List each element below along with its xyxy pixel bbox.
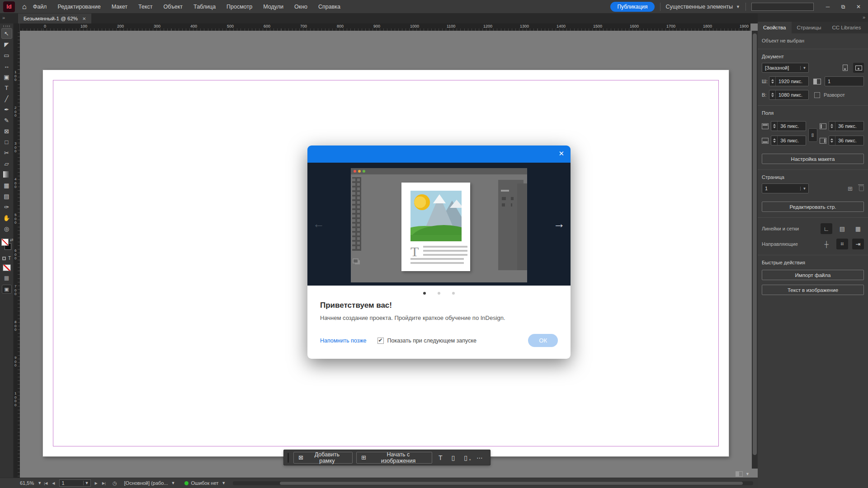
- toolbar-grip[interactable]: [288, 453, 289, 463]
- scrollbar-thumb[interactable]: [753, 33, 757, 455]
- gradient-tool[interactable]: [1, 169, 12, 180]
- zoom-level-control[interactable]: 61,5% ▼: [20, 480, 42, 486]
- vertical-scrollbar[interactable]: [752, 31, 758, 469]
- panel-grip[interactable]: [3, 25, 10, 27]
- restore-button[interactable]: ⧉: [835, 4, 851, 10]
- tab-cc-libraries[interactable]: CC Libraries: [827, 22, 866, 33]
- text-to-image-button[interactable]: Текст в изображение: [762, 285, 864, 295]
- content-collector-tool[interactable]: ▣: [1, 71, 12, 82]
- carousel-prev-arrow[interactable]: ←: [313, 217, 325, 231]
- page-tool[interactable]: ▭: [1, 50, 12, 61]
- selection-tool[interactable]: ↖: [1, 28, 12, 39]
- tab-close-icon[interactable]: ✕: [82, 16, 86, 21]
- gap-tool[interactable]: ↔: [1, 61, 12, 71]
- add-page-icon[interactable]: ⊞: [848, 185, 853, 192]
- current-page-select[interactable]: 1 ▼: [762, 183, 809, 193]
- pencil-tool[interactable]: ✎: [1, 115, 12, 126]
- ok-button[interactable]: ОК: [528, 334, 558, 347]
- zoom-tool[interactable]: ◎: [1, 223, 12, 234]
- document-grid-button[interactable]: ▦: [852, 223, 864, 234]
- dialog-close-icon[interactable]: ✕: [558, 150, 564, 158]
- preflight-profile-control[interactable]: [Основной] (рабо... ▼: [124, 480, 175, 486]
- add-page-icon[interactable]: ▯+: [461, 454, 470, 461]
- cell-view-icon[interactable]: ▦: [0, 275, 13, 281]
- note-tool[interactable]: ▤: [1, 191, 12, 202]
- width-field[interactable]: 1920 пикс.: [769, 76, 809, 86]
- import-file-button[interactable]: Импорт файла: [762, 270, 864, 280]
- link-margins-button[interactable]: ∞: [808, 128, 817, 142]
- preflight-icon[interactable]: ◷: [113, 480, 117, 486]
- document-preset-select[interactable]: [Заказной] ▼: [762, 63, 809, 73]
- scrollbar-thumb[interactable]: [280, 482, 743, 485]
- type-tool-button[interactable]: T: [436, 454, 445, 461]
- formatting-container-icon[interactable]: [2, 257, 6, 260]
- smart-guides-button[interactable]: ⇥: [852, 239, 864, 249]
- margin-left-field[interactable]: 36 пикс.: [829, 121, 864, 131]
- menu-Окно[interactable]: Окно: [294, 4, 307, 10]
- carousel-dot[interactable]: [423, 292, 426, 295]
- carousel-dot[interactable]: [452, 292, 455, 295]
- height-stepper[interactable]: [769, 90, 776, 99]
- menu-Текст[interactable]: Текст: [138, 4, 152, 10]
- free-transform-tool[interactable]: ▱: [1, 158, 12, 169]
- margin-bottom-field[interactable]: 36 пикс.: [771, 136, 806, 145]
- menu-Файл[interactable]: Файл: [33, 4, 47, 10]
- minimize-button[interactable]: ─: [820, 4, 835, 10]
- remind-later-link[interactable]: Напомнить позже: [320, 338, 367, 344]
- menu-Редактирование[interactable]: Редактирование: [57, 4, 100, 10]
- menu-Просмотр[interactable]: Просмотр: [226, 4, 252, 10]
- close-button[interactable]: ✕: [851, 4, 866, 10]
- spread-view-widget[interactable]: ▼: [736, 471, 750, 477]
- orientation-portrait-button[interactable]: [840, 63, 850, 73]
- error-status-control[interactable]: Ошибок нет ▼: [191, 480, 226, 486]
- fill-swatch[interactable]: [1, 239, 9, 246]
- panel-collapse-icon[interactable]: »: [863, 14, 865, 20]
- margin-left-stepper[interactable]: [829, 122, 835, 131]
- orientation-landscape-button[interactable]: [853, 63, 864, 73]
- next-page-button[interactable]: ▶: [95, 481, 98, 485]
- toolbar-expand-icon[interactable]: »: [2, 15, 4, 20]
- formatting-text-icon[interactable]: T: [8, 256, 11, 261]
- tab-properties[interactable]: Свойства: [758, 22, 792, 33]
- direct-selection-tool[interactable]: ◤: [1, 39, 12, 50]
- menu-Модули[interactable]: Модули: [263, 4, 283, 10]
- margin-top-field[interactable]: 36 пикс.: [771, 121, 806, 131]
- adjust-layout-button[interactable]: Настройка макета: [762, 154, 864, 164]
- menu-Макет[interactable]: Макет: [112, 4, 127, 10]
- facing-pages-checkbox[interactable]: [814, 92, 820, 98]
- show-guides-button[interactable]: ┼: [821, 239, 832, 249]
- lock-guides-button[interactable]: ⌗: [836, 239, 848, 249]
- search-input[interactable]: [751, 3, 814, 11]
- menu-Таблица[interactable]: Таблица: [193, 4, 216, 10]
- line-tool[interactable]: ╱: [1, 93, 12, 104]
- height-field[interactable]: 1080 пикс.: [769, 90, 809, 100]
- fill-stroke-swatches[interactable]: ⇄: [1, 238, 13, 253]
- publish-button[interactable]: Публикация: [610, 2, 654, 12]
- workspace-switcher[interactable]: Существенные элементы ▼: [666, 4, 740, 10]
- edit-page-button[interactable]: Редактировать стр.: [762, 202, 864, 212]
- first-page-button[interactable]: |◀: [44, 481, 47, 485]
- carousel-dot[interactable]: [438, 292, 440, 295]
- start-with-image-button[interactable]: ⊞ Начать с изображения: [356, 452, 432, 464]
- menu-Справка[interactable]: Справка: [318, 4, 340, 10]
- tab-pages[interactable]: Страницы: [792, 22, 827, 33]
- horizontal-ruler[interactable]: 0100200300400500600700800900100011001200…: [20, 23, 750, 31]
- page-icon[interactable]: ▯: [449, 454, 458, 461]
- margin-right-field[interactable]: 36 пикс.: [829, 136, 864, 145]
- show-on-startup-checkbox[interactable]: [377, 338, 384, 344]
- swap-fill-stroke-icon[interactable]: ⇄: [10, 238, 14, 242]
- type-tool[interactable]: T: [1, 82, 12, 93]
- screen-mode-button[interactable]: ▣: [2, 285, 12, 294]
- horizontal-scrollbar[interactable]: [233, 481, 753, 485]
- pages-count-field[interactable]: 1: [825, 76, 864, 86]
- delete-page-icon[interactable]: [859, 186, 864, 191]
- scissors-tool[interactable]: ✂: [1, 147, 12, 158]
- margin-right-stepper[interactable]: [829, 136, 835, 145]
- menu-Объект[interactable]: Объект: [164, 4, 183, 10]
- ruler-origin-corner[interactable]: [14, 23, 20, 31]
- more-options-icon[interactable]: ⋯: [474, 454, 486, 461]
- margin-top-stepper[interactable]: [771, 122, 778, 131]
- add-frame-button[interactable]: ⊠ Добавить рамку: [293, 452, 353, 464]
- prev-page-button[interactable]: ◀: [52, 481, 55, 485]
- home-icon[interactable]: ⌂: [22, 3, 27, 11]
